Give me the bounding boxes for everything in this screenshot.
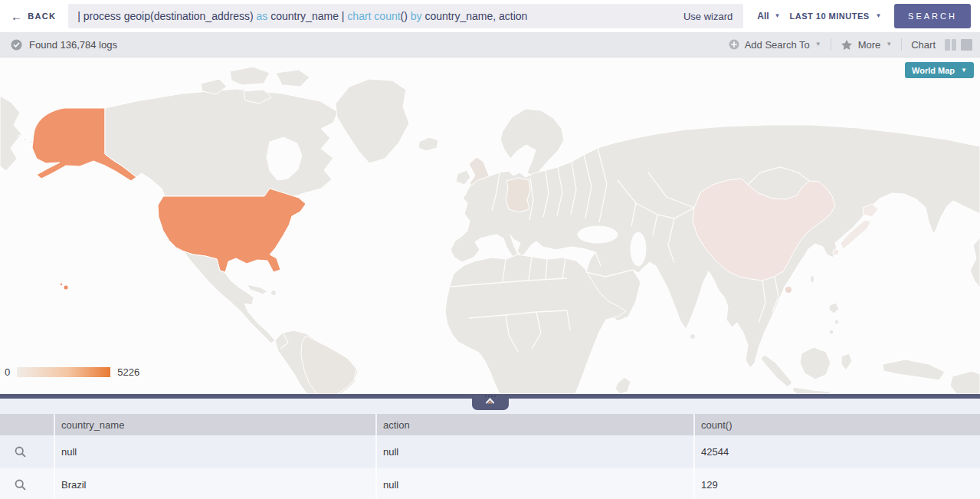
- column-header-count[interactable]: count(): [693, 414, 980, 435]
- query-token-plain: country_name, action: [422, 10, 528, 22]
- time-range-label: LAST 10 MINUTES: [790, 11, 870, 21]
- country-usa[interactable]: [158, 189, 306, 272]
- query-token-plain: | process geoip(destination_address): [77, 10, 256, 22]
- map-panel: World Map ▼ 0 5226: [0, 57, 980, 394]
- continent-landmasses: [0, 67, 980, 394]
- query-token-keyword: by: [411, 10, 422, 22]
- map-legend: 0 5226: [5, 366, 139, 378]
- chart-label: Chart: [911, 39, 936, 51]
- chevron-down-icon: ▼: [886, 41, 892, 48]
- legend-max-value: 5226: [117, 366, 139, 378]
- results-toolbar: Found 136,784 logs Add Search To ▼ More …: [0, 32, 980, 57]
- table-body: null null 42544 Brazil null 129: [0, 435, 980, 499]
- search-button[interactable]: SEARCH: [894, 4, 971, 28]
- cell-country-name: Brazil: [54, 468, 375, 499]
- split-view-icon[interactable]: [945, 39, 956, 51]
- row-search-button[interactable]: [0, 435, 54, 468]
- legend-min-value: 0: [5, 366, 10, 378]
- scope-dropdown[interactable]: All ▼: [757, 11, 780, 21]
- query-text: | process geoip(destination_address) as …: [77, 10, 682, 22]
- scope-label: All: [757, 11, 769, 21]
- search-query-input[interactable]: | process geoip(destination_address) as …: [68, 4, 743, 28]
- chevron-down-icon: ▼: [961, 67, 967, 74]
- magnifier-icon: [15, 479, 26, 491]
- query-token-keyword: chart count: [347, 10, 400, 22]
- found-logs-text: Found 136,784 logs: [29, 39, 117, 51]
- use-wizard-button[interactable]: Use wizard: [682, 11, 734, 22]
- chevron-up-icon: [485, 397, 495, 404]
- log-search-app: ← BACK | process geoip(destination_addre…: [0, 0, 980, 499]
- plus-circle-icon: [729, 39, 739, 50]
- chart-view-toggle: Chart: [911, 39, 972, 51]
- collapse-handle[interactable]: [472, 394, 509, 410]
- chevron-down-icon: ▼: [775, 13, 781, 19]
- map-type-label: World Map: [912, 66, 955, 75]
- country-china-hainan: [785, 287, 792, 293]
- map-type-dropdown[interactable]: World Map ▼: [905, 62, 974, 78]
- toolbar-actions: Add Search To ▼ More ▼ Chart: [729, 38, 972, 51]
- row-search-button[interactable]: [0, 468, 54, 499]
- full-view-icon[interactable]: [961, 39, 972, 51]
- table-row[interactable]: null null 42544: [0, 435, 980, 468]
- add-search-to-label: Add Search To: [745, 39, 810, 51]
- star-icon: [841, 39, 853, 51]
- add-search-to-dropdown[interactable]: Add Search To ▼: [729, 39, 821, 51]
- header-spacer-cell: [0, 414, 54, 435]
- query-token-keyword: as: [257, 10, 268, 22]
- column-header-country_name[interactable]: country_name: [54, 414, 375, 435]
- back-label: BACK: [28, 11, 56, 21]
- query-token-plain: country_name |: [267, 10, 347, 22]
- toolbar-separator: [901, 38, 902, 51]
- magnifier-icon: [15, 446, 26, 458]
- more-dropdown[interactable]: More ▼: [841, 39, 893, 51]
- cell-country-name: null: [54, 435, 375, 468]
- panel-divider[interactable]: [0, 394, 980, 399]
- time-range-dropdown[interactable]: LAST 10 MINUTES ▼: [790, 11, 883, 21]
- country-germany[interactable]: [506, 178, 530, 212]
- cell-action: null: [375, 435, 693, 468]
- table-header-row: country_nameactioncount(): [0, 414, 980, 435]
- results-table: country_nameactioncount() null null 4254…: [0, 414, 980, 499]
- legend-gradient: [17, 367, 110, 377]
- toolbar-separator: [831, 38, 831, 51]
- top-bar: ← BACK | process geoip(destination_addre…: [0, 0, 980, 32]
- results-status: Found 136,784 logs: [11, 39, 117, 51]
- cell-count: 129: [693, 468, 980, 499]
- more-label: More: [858, 39, 881, 51]
- query-token-plain: (): [401, 10, 411, 22]
- back-button[interactable]: ← BACK: [11, 11, 56, 22]
- back-arrow-icon: ←: [11, 11, 23, 22]
- check-circle-icon: [11, 39, 22, 51]
- column-header-action[interactable]: action: [375, 414, 693, 435]
- chevron-down-icon: ▼: [876, 13, 882, 19]
- cell-count: 42544: [693, 435, 980, 468]
- chevron-down-icon: ▼: [815, 41, 821, 48]
- cell-action: null: [375, 468, 693, 499]
- world-map[interactable]: [0, 57, 980, 394]
- country-usa-hawaii: [64, 286, 68, 290]
- table-row[interactable]: Brazil null 129: [0, 468, 980, 499]
